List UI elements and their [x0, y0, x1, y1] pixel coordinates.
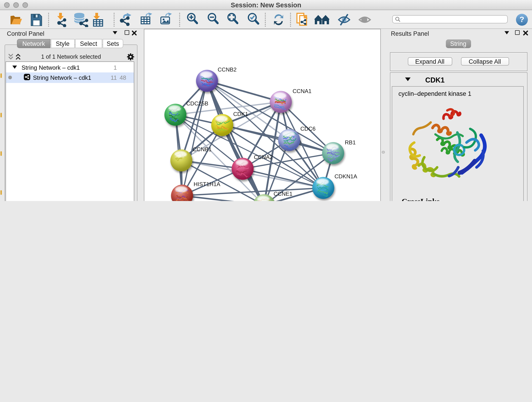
svg-text:CDC25B: CDC25B [186, 100, 208, 106]
svg-text:RB1: RB1 [345, 139, 355, 145]
svg-text:CCNB2: CCNB2 [218, 66, 237, 72]
svg-text:CDKN1A: CDKN1A [335, 173, 357, 179]
svg-text:CCNA1: CCNA1 [293, 88, 312, 94]
svg-text:CDK1: CDK1 [233, 111, 248, 117]
svg-text:CCNB1: CCNB1 [193, 146, 212, 152]
svg-text:CDC6: CDC6 [300, 125, 316, 132]
svg-text:CCNE1: CCNE1 [273, 191, 293, 197]
svg-text:HIST1H1A: HIST1H1A [194, 181, 220, 187]
svg-text:CCNA2: CCNA2 [254, 154, 273, 160]
